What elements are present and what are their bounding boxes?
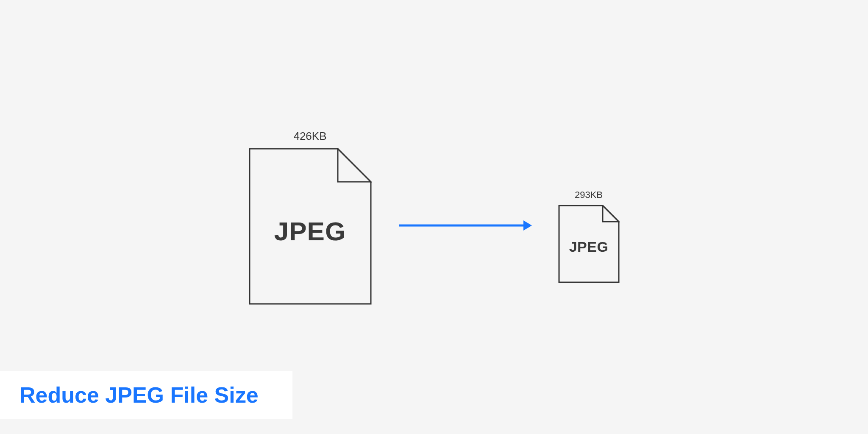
target-file-icon: JPEG	[558, 205, 620, 283]
title-banner: Reduce JPEG File Size	[0, 371, 292, 419]
source-file-icon: JPEG	[249, 148, 372, 305]
target-file-block: 293KB JPEG	[558, 189, 620, 283]
source-size-label: 426KB	[293, 130, 326, 143]
arrow-right-icon	[397, 217, 533, 234]
source-format-label: JPEG	[274, 216, 346, 246]
arrow-container	[397, 217, 533, 234]
title-text: Reduce JPEG File Size	[19, 382, 273, 408]
target-size-label: 293KB	[575, 189, 603, 200]
target-format-label: JPEG	[569, 239, 609, 255]
source-file-block: 426KB JPEG	[249, 130, 372, 305]
diagram-container: 426KB JPEG 293KB JPEG	[0, 0, 868, 434]
